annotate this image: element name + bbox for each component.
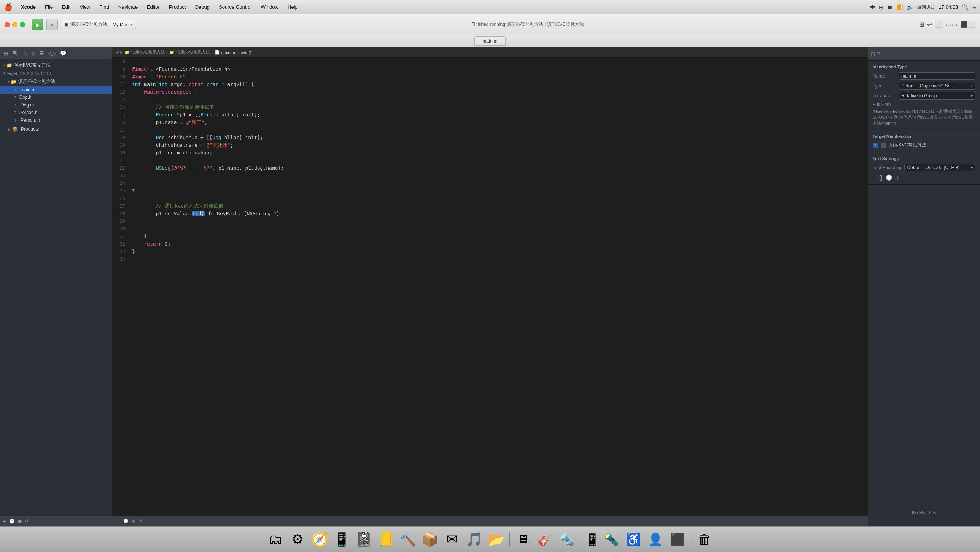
menu-file[interactable]: File [43,3,55,11]
run-button[interactable]: ▶ [32,19,43,30]
breadcrumb-file[interactable]: main.m [221,50,235,55]
membership-checkbox[interactable]: ✓ [873,143,878,148]
dock-instruments[interactable]: 🎸 [535,529,555,550]
menu-debug[interactable]: Debug [193,3,212,11]
breadcrumb-symbol[interactable]: main() [239,50,251,55]
menu-help[interactable]: Help [286,3,300,11]
menu-view[interactable]: View [78,3,92,11]
dock-notes[interactable]: 📱 [331,529,352,550]
sidebar-list-icon[interactable]: ☰ [38,49,45,57]
sidebar-add-icon[interactable]: + [3,518,6,524]
list-icon[interactable]: ≡ [973,4,976,10]
editor-history-btn[interactable]: 🕐 [123,519,129,523]
search-icon[interactable]: 🔍 [962,4,969,11]
code-line-9: 9 #import <Foundation/Foundation.h> [112,65,868,73]
file-dog-m[interactable]: m Dog.m [0,101,112,109]
menu-window[interactable]: Window [259,3,280,11]
file-inspector-icon[interactable]: □ [871,51,874,57]
scheme-selector[interactable]: ▣ 演示KVC常见方法 › My Mac ▾ [61,20,136,29]
dock-pkg[interactable]: 📦 [420,529,440,550]
add-icon[interactable]: ✚ [870,3,875,11]
hammer-icon: 🔩 [560,532,575,547]
dock-filezilla[interactable]: 📂 [486,529,506,550]
maximize-button[interactable] [20,22,25,27]
help-icon[interactable]: ? [877,51,880,57]
encoding-label: Text Encoding [873,165,901,170]
dock-contacts[interactable]: 👤 [645,529,666,550]
dock-onenote[interactable]: 📓 [353,529,374,550]
breadcrumb-nav-back[interactable]: ◀ [115,50,118,55]
dock-xcode[interactable]: 🔨 [398,529,418,550]
file-tab-main[interactable]: main.m [474,36,505,46]
group-folder[interactable]: ▾ 📂 演示KVC常见方法 [0,77,112,86]
ts-code-icon[interactable]: {} [879,174,882,181]
more-icon: ⬛ [670,532,685,547]
dock-more[interactable]: ⬛ [667,529,688,550]
dock-accessibility[interactable]: ♿ [623,529,644,550]
clock: 17:04:03 [939,4,958,10]
menu-find[interactable]: Find [97,3,111,11]
minimize-button[interactable] [12,22,18,27]
code-review-icon[interactable]: ↩ [927,21,932,28]
editor-refresh-btn[interactable]: ↺ [138,519,142,523]
editor-bottom-bar: ⊕ 🕐 ◉ ↺ [112,516,868,526]
file-person-h[interactable]: h Person.h [0,109,112,116]
sidebar-breakpoint-icon[interactable]: ◉ [18,519,22,524]
navigator-toggle[interactable]: ⊞ [919,21,924,28]
breadcrumb-project[interactable]: 演示KVC常见方法 [131,49,165,55]
layout-icon1[interactable]: ⬜ [935,21,943,28]
screen-icon[interactable]: ⏹ [887,4,892,10]
location-dropdown[interactable]: Relative to Group ▾ [899,92,975,100]
file-main-m[interactable]: m main.m [0,86,112,94]
sidebar-search-icon[interactable]: 🔍 [11,49,19,57]
file-person-m[interactable]: m Person.m [0,116,112,124]
right-panel-toolbar: □ ? [868,47,980,61]
editor-structure-btn[interactable]: ⊕ [115,519,120,523]
menu-xcode[interactable]: Xcode [19,3,38,11]
project-root[interactable]: ▾ 📁 演示KVC常见方法 [0,61,112,70]
type-dropdown[interactable]: Default - Objective-C So... ▾ [899,82,975,90]
dock-pages[interactable]: 📒 [375,529,396,550]
breadcrumb-nav-fwd[interactable]: ▶ [120,50,123,55]
products-folder[interactable]: ▶ 📦 Products [0,125,112,133]
close-button[interactable] [5,22,10,27]
sidebar-warning-icon[interactable]: ⚠ [22,49,28,57]
menu-editor[interactable]: Editor [145,3,162,11]
sidebar-diff-icon[interactable]: ◁▷ [47,49,57,57]
encoding-dropdown[interactable]: Default - Unicode (UTF-8) ▾ [904,164,975,171]
dock-mail[interactable]: ✉ [442,529,462,550]
sidebar-chat-icon[interactable]: 💬 [59,49,67,57]
menu-navigate[interactable]: Navigate [116,3,140,11]
volume-icon[interactable]: 🔊 [907,4,913,10]
dock-finder[interactable]: 🗂 [265,529,286,550]
layout-icon3[interactable]: ⬛⬜ [960,21,975,28]
code-editor[interactable]: 8 9 #import <Foundation/Foundation.h> 10… [112,58,868,516]
dock-trash[interactable]: 🗑 [694,529,715,550]
file-dog-h[interactable]: h Dog.h [0,94,112,101]
menu-product[interactable]: Product [167,3,188,11]
menu-edit[interactable]: Edit [60,3,72,11]
ts-grid-icon[interactable]: ⊞ [895,174,900,181]
ts-file-icon[interactable]: □ [873,174,876,181]
sidebar-history-icon[interactable]: 🕐 [9,519,15,524]
stop-button[interactable]: ■ [46,19,58,30]
name-input[interactable] [899,72,975,80]
code-line-29: 29 [112,217,868,225]
breadcrumb-folder[interactable]: 演示KVC常见方法 [176,49,210,55]
dock-system-prefs[interactable]: ⚙ [287,529,308,550]
menu-source-control[interactable]: Source Control [217,3,254,11]
dock-spotlight[interactable]: 🔦 [601,529,622,550]
sidebar-refresh-icon[interactable]: ↺ [25,519,29,524]
editor-breakpoints-btn[interactable]: ◉ [132,519,135,523]
dock-safari[interactable]: 🧭 [309,529,330,550]
display-icon[interactable]: ⊞ [879,4,883,10]
dock-terminal[interactable]: 🖥 [513,529,533,550]
ts-clock-icon[interactable]: 🕐 [886,174,892,181]
layout-icon2[interactable]: ▭▭ [946,21,957,28]
dock-music[interactable]: 🎵 [464,529,484,550]
dock-hammer[interactable]: 🔩 [557,529,578,550]
apple-menu[interactable]: 🍎 [4,3,12,11]
sidebar-filter-icon[interactable]: ◇ [30,49,36,57]
sidebar-nav-icon[interactable]: ⊞ [3,49,9,57]
dock-simulator[interactable]: 📲 [579,529,600,550]
